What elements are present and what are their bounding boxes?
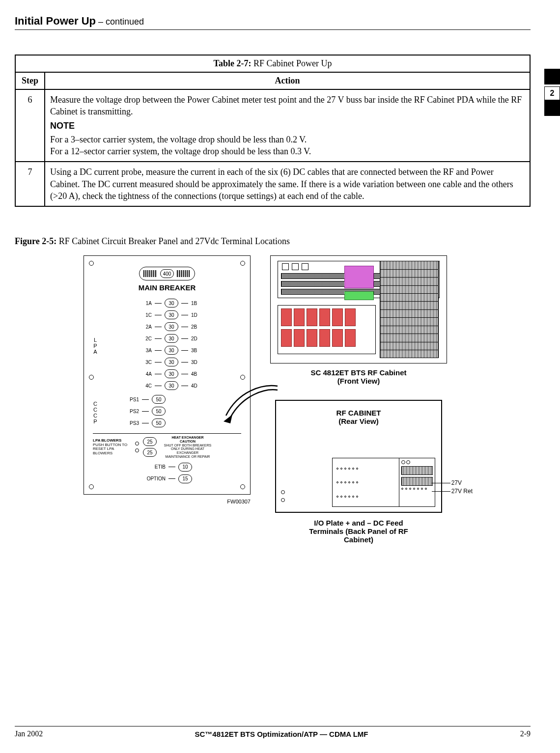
action-text: Measure the voltage drop between the Pow… bbox=[50, 95, 522, 116]
col-action-header: Action bbox=[45, 72, 530, 89]
breaker-stripe-icon bbox=[177, 270, 191, 277]
breaker-row: OPTION15 bbox=[93, 474, 241, 483]
module-icon bbox=[332, 329, 343, 347]
cabinet-rear-view: RF CABINET (Rear View) bbox=[275, 400, 442, 513]
note-label: NOTE bbox=[50, 120, 525, 132]
side-tab-block-top bbox=[544, 69, 560, 84]
side-tab-block-bottom bbox=[544, 100, 560, 116]
page-title: Initial Power Up – continued bbox=[15, 15, 531, 30]
note-p2: For a 12–sector carrier system, the volt… bbox=[50, 145, 525, 157]
breaker-panel: 400 MAIN BREAKER L P A 1A301B 1C301D 2A3… bbox=[84, 255, 251, 494]
breaker-row: 3A303B bbox=[102, 346, 241, 355]
heat-breaker-val: 25 bbox=[143, 437, 157, 446]
mount-hole-icon bbox=[240, 484, 245, 489]
callout-arrow-icon bbox=[219, 381, 282, 425]
mount-hole-icon bbox=[281, 498, 285, 502]
figure-area: 400 MAIN BREAKER L P A 1A301B 1C301D 2A3… bbox=[84, 255, 531, 544]
label-27v-ret: 27V Ret bbox=[451, 488, 473, 495]
lpa-leds bbox=[135, 442, 139, 452]
rack-slots bbox=[380, 261, 439, 358]
module-icon bbox=[319, 329, 330, 347]
col-step-header: Step bbox=[15, 72, 45, 89]
module-icon bbox=[307, 329, 317, 347]
module-icon bbox=[345, 329, 356, 347]
note-p1: For a 3–sector carrier system, the volta… bbox=[50, 134, 525, 145]
module-icon bbox=[281, 308, 292, 326]
io-plate bbox=[332, 458, 435, 507]
connector-row-icon bbox=[336, 496, 395, 498]
module-icon bbox=[332, 308, 343, 326]
io-caption: I/O Plate + and – DC Feed Terminals (Bac… bbox=[265, 519, 452, 544]
main-breaker-label: MAIN BREAKER bbox=[93, 283, 241, 292]
table-caption: Table 2-7: RF Cabinet Power Up bbox=[15, 55, 530, 72]
heat-title: HEAT EXCHANGER bbox=[161, 436, 215, 440]
page-title-text: Initial Power Up bbox=[15, 15, 96, 27]
page-footer: Jan 2002 SC™4812ET BTS Optimization/ATP … bbox=[15, 726, 531, 738]
mount-hole-icon bbox=[89, 484, 94, 489]
footer-date: Jan 2002 bbox=[15, 729, 43, 738]
step-cell: 6 bbox=[15, 89, 45, 162]
breaker-row: 1C301D bbox=[102, 310, 241, 319]
connector-icon bbox=[401, 460, 405, 464]
svg-marker-0 bbox=[224, 415, 232, 423]
highlight-module-icon bbox=[344, 291, 374, 300]
breaker-row: 2A302B bbox=[102, 322, 241, 331]
breaker-row: ETIB10 bbox=[93, 463, 241, 472]
rear-title-l2: (Rear View) bbox=[276, 417, 441, 425]
table-caption-prefix: Table 2-7: bbox=[214, 58, 253, 68]
highlight-module-icon bbox=[344, 266, 374, 288]
label-27v: 27V bbox=[451, 479, 462, 486]
module-icon bbox=[307, 308, 317, 326]
footer-page: 2-9 bbox=[520, 729, 531, 738]
bottom-breakers: ETIB10 OPTION15 bbox=[93, 463, 241, 483]
voltage-labels: 27V 27V Ret bbox=[432, 479, 473, 496]
mount-hole-icon bbox=[240, 375, 245, 380]
mount-hole-icon bbox=[89, 261, 94, 266]
module-icon bbox=[294, 329, 305, 347]
heat-text3: MAINTENANCE OR REPAIR bbox=[161, 455, 215, 459]
side-tab-number: 2 bbox=[544, 86, 560, 100]
action-cell: Using a DC current probe, measure the cu… bbox=[45, 162, 530, 206]
module-icon bbox=[294, 308, 305, 326]
step-cell: 7 bbox=[15, 162, 45, 206]
heat-caution: CAUTION bbox=[161, 440, 215, 444]
connector-icon bbox=[406, 460, 410, 464]
table-caption-text: RF Cabinet Power Up bbox=[253, 58, 332, 68]
footer-title: SC™4812ET BTS Optimization/ATP — CDMA LM… bbox=[195, 730, 368, 738]
connector-row-icon bbox=[336, 481, 395, 483]
module-icon bbox=[345, 308, 356, 326]
breaker-row: 1A301B bbox=[102, 299, 241, 307]
heat-exchanger-row: LPA BLOWERS PUSH BUTTON TO RESET LPA BLO… bbox=[93, 433, 241, 458]
table-row: 6 Measure the voltage drop between the P… bbox=[15, 89, 530, 162]
terminal-27v bbox=[401, 466, 433, 475]
heat-text2: ONLY DURING HEAT EXCHANGER bbox=[161, 447, 215, 454]
figure-caption-text: RF Cabinet Circuit Breaker Panel and 27V… bbox=[59, 236, 290, 246]
module-icon bbox=[292, 263, 299, 270]
module-icon bbox=[319, 308, 330, 326]
lpa-breaker-rows: 1A301B 1C301D 2A302B 2C302D 3A303B 3C303… bbox=[102, 299, 241, 393]
breaker-row: 2C302D bbox=[102, 334, 241, 343]
breaker-row: 3C303D bbox=[102, 358, 241, 366]
action-text: Using a DC current probe, measure the cu… bbox=[50, 167, 513, 201]
module-icon bbox=[282, 263, 289, 270]
mount-hole-icon bbox=[281, 490, 285, 494]
procedure-table: Table 2-7: RF Cabinet Power Up Step Acti… bbox=[15, 55, 531, 207]
terminal-27v-ret bbox=[401, 477, 433, 486]
breaker-stripe-icon bbox=[143, 270, 157, 277]
rear-title-l1: RF CABINET bbox=[276, 409, 441, 417]
mount-hole-icon bbox=[240, 261, 245, 266]
page-title-continued: – continued bbox=[96, 17, 144, 27]
action-cell: Measure the voltage drop between the Pow… bbox=[45, 89, 530, 162]
figure-number: Figure 2-5: bbox=[15, 236, 59, 246]
cccp-section-label: C C C P bbox=[93, 395, 102, 430]
led-icon bbox=[135, 442, 139, 446]
main-breaker: 400 MAIN BREAKER bbox=[93, 267, 241, 292]
cabinet-front-view bbox=[270, 255, 447, 363]
breaker-row: 4A304B bbox=[102, 369, 241, 378]
connector-row-icon bbox=[336, 468, 395, 470]
heat-text1: SHUT OFF BOTH BREAKERS bbox=[161, 444, 215, 447]
table-row: 7 Using a DC current probe, measure the … bbox=[15, 162, 530, 206]
module-icon bbox=[302, 263, 308, 270]
front-view-label: SC 4812ET BTS RF Cabinet (Front View) bbox=[270, 368, 447, 385]
led-icon bbox=[135, 448, 139, 452]
